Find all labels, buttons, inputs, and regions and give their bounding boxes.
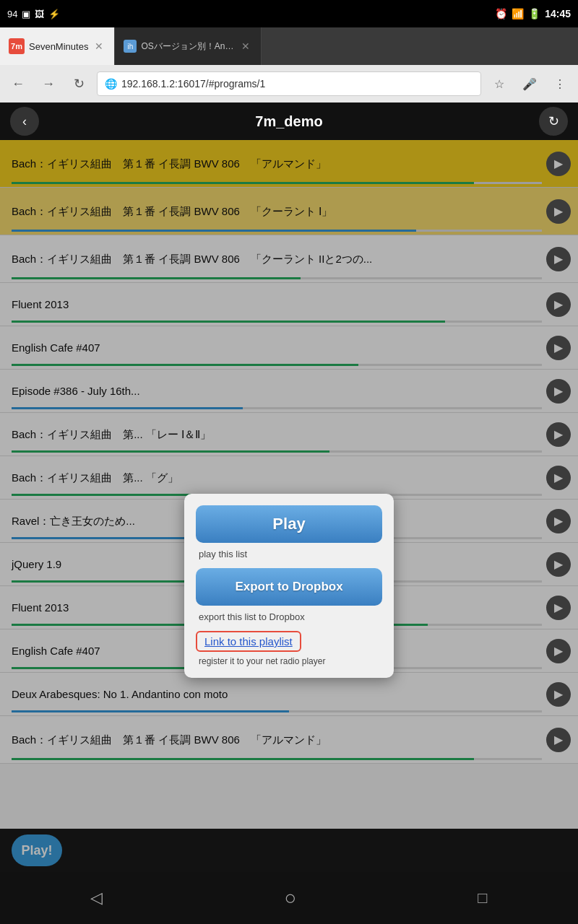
status-battery-icon: 🔋: [528, 8, 540, 19]
status-signal: 94: [7, 9, 17, 19]
status-alarm-icon: ⏰: [495, 8, 507, 19]
link-row: Link to this playlist: [196, 631, 382, 652]
android-back-icon: ◁: [90, 889, 103, 907]
status-wifi-icon: 📶: [512, 8, 524, 19]
bookmark-button[interactable]: ☆: [487, 71, 512, 96]
export-sub-text: export this list to Dropbox: [199, 611, 382, 622]
menu-button[interactable]: ⋮: [548, 71, 572, 96]
status-bar: 94 ▣ 🖼 ⚡ ⏰ 📶 🔋 14:45: [0, 0, 578, 27]
seven-minutes-icon: 7m: [9, 38, 25, 54]
tab-seven-minutes-label: SevenMinutes: [29, 41, 88, 52]
page-title: 7m_demo: [255, 113, 322, 130]
back-button[interactable]: ←: [6, 71, 30, 96]
status-sim-icon: ▣: [22, 9, 30, 19]
android-recent-button[interactable]: □: [478, 889, 487, 907]
play-sub-text: play this list: [199, 549, 382, 559]
android-home-icon: ○: [284, 886, 296, 910]
play-button[interactable]: Play: [196, 505, 382, 543]
url-globe-icon: 🌐: [105, 78, 117, 90]
android-recent-icon: □: [478, 889, 487, 907]
status-bolt-icon: ⚡: [48, 9, 60, 19]
main-nav: ‹ 7m_demo ↻: [0, 103, 578, 140]
status-left-icons: 94 ▣ 🖼 ⚡: [7, 9, 60, 19]
tab-bar: 7m SevenMinutes ✕ ih OSバージョン別！Andro ✕: [0, 27, 578, 65]
tab-os-version[interactable]: ih OSバージョン別！Andro ✕: [115, 27, 262, 65]
url-text: 192.168.1.2:16017/#programs/1: [121, 78, 473, 90]
status-right-icons: ⏰ 📶 🔋 14:45: [495, 8, 571, 19]
status-time: 14:45: [545, 8, 571, 19]
status-photo-icon: 🖼: [35, 9, 44, 19]
back-nav-button[interactable]: ‹: [10, 107, 39, 136]
playlist-container: Bach：イギリス組曲 第１番 イ長調 BWV 806 「アルマンド」 ▶ Ba…: [0, 140, 578, 872]
refresh-button[interactable]: ↻: [66, 71, 91, 96]
tab-bar-empty: [262, 27, 578, 65]
export-dropbox-button[interactable]: Export to Dropbox: [196, 568, 382, 606]
android-home-button[interactable]: ○: [284, 886, 296, 910]
link-sub-text: register it to your net radio player: [199, 656, 382, 666]
tab-os-version-icon: ih: [124, 40, 137, 53]
android-back-button[interactable]: ◁: [90, 889, 103, 907]
android-nav-bar: ◁ ○ □: [0, 872, 578, 924]
url-field[interactable]: 🌐 192.168.1.2:16017/#programs/1: [97, 71, 481, 96]
forward-button[interactable]: →: [36, 71, 61, 96]
tab-seven-minutes[interactable]: 7m SevenMinutes ✕: [0, 27, 115, 65]
refresh-nav-button[interactable]: ↻: [539, 107, 568, 136]
link-to-playlist-button[interactable]: Link to this playlist: [196, 631, 301, 652]
context-menu-modal: Play play this list Export to Dropbox ex…: [184, 494, 394, 678]
tab-os-version-close[interactable]: ✕: [239, 40, 252, 53]
tab-seven-minutes-close[interactable]: ✕: [92, 40, 105, 53]
mic-button[interactable]: 🎤: [517, 71, 542, 96]
tab-os-version-label: OSバージョン別！Andro: [141, 40, 235, 53]
url-bar: ← → ↻ 🌐 192.168.1.2:16017/#programs/1 ☆ …: [0, 65, 578, 103]
